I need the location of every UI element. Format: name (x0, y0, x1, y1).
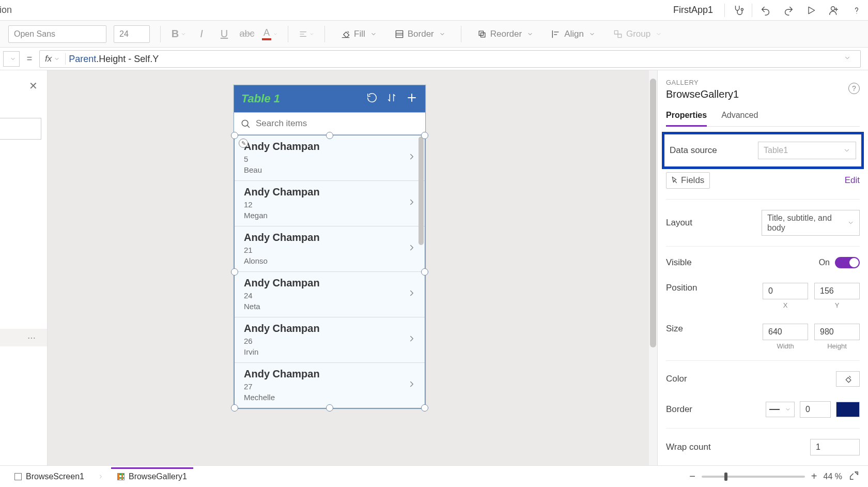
list-item[interactable]: Andy Champan21Alonso (235, 226, 425, 272)
play-icon[interactable] (800, 0, 823, 21)
item-title: Andy Champan (244, 141, 407, 153)
formula-expand-icon[interactable] (844, 54, 856, 64)
item-subtitle: 27 (244, 382, 407, 391)
share-person-icon[interactable] (823, 0, 845, 21)
border-color-picker[interactable] (836, 402, 860, 417)
gallery-scrollbar[interactable] (419, 136, 424, 245)
add-icon[interactable] (406, 92, 418, 106)
italic-icon[interactable]: I (194, 26, 209, 42)
search-icon (240, 118, 251, 129)
list-item[interactable]: Andy Champan12Megan (235, 181, 425, 226)
title-bar: tion FirstApp1 (0, 0, 868, 21)
fill-button[interactable]: Fill (335, 25, 382, 43)
color-picker[interactable] (836, 371, 860, 387)
category-label: GALLERY (666, 79, 860, 86)
selection-handle[interactable] (231, 404, 238, 412)
position-label: Position (666, 283, 697, 293)
underline-icon[interactable]: U (216, 26, 232, 42)
selection-handle[interactable] (231, 132, 238, 139)
zoom-slider[interactable] (702, 476, 805, 478)
visible-toggle[interactable] (835, 257, 860, 268)
tab-properties[interactable]: Properties (666, 111, 707, 127)
item-body: Megan (244, 211, 407, 220)
breadcrumb-screen[interactable]: BrowseScreen1 (8, 469, 90, 484)
refresh-icon[interactable] (366, 92, 378, 105)
chevron-right-icon (407, 196, 416, 210)
selection-handle[interactable] (421, 132, 428, 139)
data-source-label: Data source (670, 145, 717, 156)
panel-help-icon[interactable]: ? (848, 83, 860, 94)
position-y-input[interactable] (814, 283, 860, 299)
fx-icon: fx (40, 54, 65, 64)
font-color-icon[interactable]: A (262, 26, 277, 42)
selection-handle[interactable] (326, 132, 333, 139)
control-name: BrowseGallery1 (666, 88, 860, 100)
tree-item-more[interactable]: ⋯ (0, 329, 47, 346)
status-bar: BrowseScreen1 BrowseGallery1 − + 44 % (0, 465, 868, 487)
zoom-in-button[interactable]: + (811, 470, 817, 482)
item-title: Andy Champan (244, 186, 407, 198)
chevron-right-icon (98, 474, 104, 480)
item-subtitle: 12 (244, 200, 407, 209)
font-size-select[interactable]: 24 (114, 25, 150, 43)
y-label: Y (835, 301, 840, 309)
item-title: Andy Champan (244, 368, 407, 380)
data-source-select[interactable]: Table1 (758, 142, 856, 159)
property-select[interactable] (3, 51, 20, 67)
undo-icon[interactable] (754, 0, 777, 21)
height-input[interactable] (814, 324, 860, 340)
fit-to-screen-icon[interactable] (848, 470, 860, 483)
border-label: Border (408, 29, 434, 39)
layout-select[interactable]: Title, subtitle, and body (762, 210, 860, 236)
tree-search-box[interactable] (0, 118, 41, 140)
border-button[interactable]: Border (389, 25, 451, 43)
color-label: Color (666, 374, 687, 384)
list-item[interactable]: Andy Champan5Beau (235, 135, 425, 181)
list-item[interactable]: Andy Champan27Mechelle (235, 363, 425, 408)
wrap-count-input[interactable] (810, 439, 860, 455)
fields-edit-link[interactable]: Edit (845, 175, 860, 186)
list-item[interactable]: Andy Champan26Irvin (235, 317, 425, 363)
edit-template-icon[interactable]: ✎ (239, 139, 248, 148)
canvas[interactable]: Table 1 (48, 70, 657, 465)
tab-advanced[interactable]: Advanced (721, 111, 758, 126)
font-select[interactable]: Open Sans (8, 25, 106, 43)
fields-button[interactable]: Fields (666, 172, 710, 189)
item-title: Andy Champan (244, 277, 407, 289)
close-icon[interactable]: ✕ (29, 80, 38, 92)
formula-input[interactable]: fx Parent.Height - Self.Y (39, 50, 861, 68)
selection-handle[interactable] (421, 404, 428, 412)
help-icon[interactable] (845, 0, 868, 21)
border-width-input[interactable] (800, 401, 831, 418)
border-style-select[interactable] (766, 402, 795, 417)
position-x-input[interactable] (763, 283, 808, 299)
search-input[interactable] (256, 118, 419, 129)
svg-rect-6 (618, 34, 622, 38)
stethoscope-icon[interactable] (727, 0, 750, 21)
item-body: Mechelle (244, 393, 407, 402)
align-button[interactable]: Align (546, 25, 600, 43)
text-align-icon[interactable] (299, 26, 314, 42)
selection-handle[interactable] (326, 404, 333, 412)
selection-handle[interactable] (421, 268, 428, 276)
strikethrough-icon[interactable]: abc (239, 26, 255, 42)
group-button[interactable]: Group (608, 25, 667, 43)
item-body: Beau (244, 165, 407, 174)
redo-icon[interactable] (777, 0, 800, 21)
bold-icon[interactable]: B (171, 26, 187, 42)
width-input[interactable] (763, 324, 808, 340)
browse-gallery[interactable]: ✎ Andy Champan5BeauAndy Champan12MeganAn… (234, 135, 425, 408)
item-subtitle: 21 (244, 246, 407, 254)
svg-rect-5 (614, 31, 618, 34)
list-item[interactable]: Andy Champan24Neta (235, 272, 425, 317)
reorder-button[interactable]: Reorder (472, 25, 538, 43)
properties-panel: ? GALLERY BrowseGallery1 Properties Adva… (657, 70, 868, 465)
gallery-icon (117, 473, 125, 480)
breadcrumb-gallery[interactable]: BrowseGallery1 (111, 467, 193, 484)
breadcrumb-screen-label: BrowseScreen1 (26, 472, 84, 481)
sort-icon[interactable] (386, 92, 397, 105)
zoom-out-button[interactable]: − (689, 470, 695, 482)
canvas-scrollbar[interactable] (649, 70, 657, 465)
chevron-right-icon (407, 333, 416, 346)
selection-handle[interactable] (231, 268, 238, 276)
